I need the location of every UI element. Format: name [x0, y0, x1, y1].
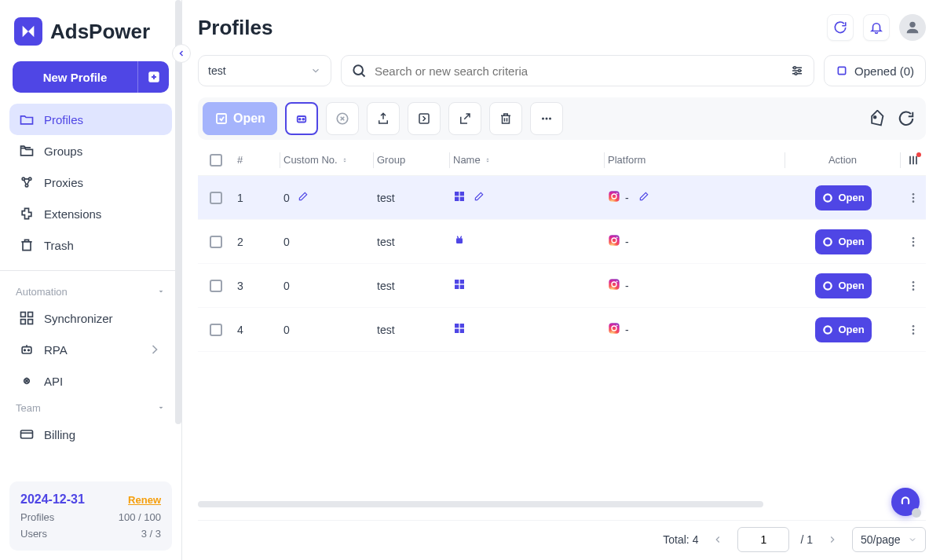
sidebar-item-label: API	[44, 375, 63, 388]
svg-point-34	[542, 118, 544, 120]
col-name[interactable]: Name	[450, 154, 604, 166]
svg-point-70	[616, 280, 618, 282]
svg-rect-7	[28, 313, 33, 317]
svg-point-17	[353, 65, 363, 75]
sidebar-item-groups[interactable]: Groups	[9, 135, 172, 167]
svg-point-47	[616, 192, 618, 194]
search-input[interactable]	[375, 64, 782, 78]
svg-rect-67	[460, 285, 464, 289]
col-platform[interactable]: Platform	[605, 154, 785, 166]
row-platform: -	[605, 190, 786, 205]
svg-rect-44	[460, 197, 464, 201]
svg-rect-76	[455, 324, 459, 328]
row-name	[450, 322, 604, 337]
svg-rect-66	[455, 285, 459, 289]
select-all-checkbox[interactable]	[210, 154, 222, 167]
row-checkbox[interactable]	[210, 280, 222, 292]
column-settings-button[interactable]	[901, 154, 926, 167]
row-more-button[interactable]	[901, 324, 926, 336]
edit-icon[interactable]	[293, 191, 309, 204]
page-input[interactable]	[737, 527, 789, 552]
table-row[interactable]: 40test-Open	[198, 308, 926, 352]
row-custom: 0	[280, 191, 373, 204]
opened-filter-button[interactable]: Opened (0)	[824, 55, 926, 86]
svg-line-55	[460, 236, 461, 239]
toolbar-close-button[interactable]	[326, 102, 359, 135]
row-checkbox[interactable]	[210, 236, 222, 248]
toolbar-export-button[interactable]	[367, 102, 400, 135]
sidebar-item-api[interactable]: API	[9, 365, 172, 397]
prev-page-button[interactable]	[709, 531, 726, 548]
filter-icon[interactable]	[790, 64, 804, 78]
avatar[interactable]	[899, 14, 926, 41]
toolbar-tag-button[interactable]	[866, 108, 887, 129]
toolbar-share-button[interactable]	[448, 102, 481, 135]
row-open-button[interactable]: Open	[815, 317, 872, 342]
renew-link[interactable]: Renew	[128, 494, 161, 506]
col-num[interactable]: #	[234, 154, 280, 166]
per-page-select[interactable]: 50/page	[852, 527, 926, 552]
table-header: # Custom No. Group Name Platform Action	[198, 145, 926, 176]
instagram-icon	[608, 278, 620, 293]
sidebar-item-label: Synchronizer	[44, 312, 113, 325]
sidebar-scrollbar[interactable]	[175, 0, 181, 466]
sidebar-item-proxies[interactable]: Proxies	[9, 167, 172, 198]
toolbar-rpa-button[interactable]	[285, 102, 318, 135]
row-open-button[interactable]: Open	[815, 229, 872, 254]
section-automation[interactable]: Automation	[0, 280, 181, 302]
table-row[interactable]: 20test-Open	[198, 220, 926, 264]
sidebar-collapse-button[interactable]	[172, 44, 191, 63]
sidebar-item-extensions[interactable]: Extensions	[9, 198, 172, 229]
svg-rect-26	[217, 114, 226, 123]
logo-icon	[14, 17, 42, 46]
toolbar-delete-button[interactable]	[489, 102, 522, 135]
new-profile-add-button[interactable]	[137, 61, 169, 93]
table-row[interactable]: 10test-Open	[198, 176, 926, 220]
svg-point-61	[913, 237, 915, 240]
col-group[interactable]: Group	[374, 154, 449, 166]
toolbar-import-button[interactable]	[408, 102, 441, 135]
row-more-button[interactable]	[901, 236, 926, 248]
svg-point-28	[299, 119, 301, 120]
table-row[interactable]: 30test-Open	[198, 264, 926, 308]
row-more-button[interactable]	[901, 280, 926, 292]
svg-rect-65	[460, 280, 464, 284]
row-custom: 0	[280, 280, 373, 292]
toolbar-open-button[interactable]: Open	[203, 102, 277, 135]
svg-point-35	[545, 118, 547, 120]
toolbar-more-button[interactable]	[530, 102, 563, 135]
sidebar-item-trash[interactable]: Trash	[9, 229, 172, 261]
row-open-button[interactable]: Open	[815, 185, 872, 210]
svg-point-62	[913, 240, 915, 243]
license-card: 2024-12-31 Renew Profiles 100 / 100 User…	[9, 481, 172, 551]
edit-icon[interactable]	[634, 191, 649, 204]
next-page-button[interactable]	[824, 531, 841, 548]
section-team[interactable]: Team	[0, 397, 181, 419]
svg-point-86	[913, 328, 915, 331]
toolbar-refresh-button[interactable]	[896, 108, 916, 129]
row-more-button[interactable]	[901, 192, 926, 204]
sync-button[interactable]	[827, 14, 854, 41]
row-checkbox[interactable]	[210, 324, 222, 336]
sidebar-item-label: Proxies	[44, 176, 83, 189]
search-box	[341, 55, 814, 86]
sidebar-item-rpa[interactable]: RPA	[9, 334, 172, 365]
col-custom[interactable]: Custom No.	[280, 154, 373, 166]
sidebar-item-billing[interactable]: Billing	[9, 419, 172, 450]
per-page-value: 50/page	[861, 533, 901, 546]
svg-point-51	[913, 196, 915, 199]
svg-point-24	[795, 72, 797, 75]
sidebar-item-profiles[interactable]: Profiles	[9, 104, 172, 135]
new-profile-button[interactable]: New Profile	[13, 61, 137, 93]
edit-icon[interactable]	[469, 191, 485, 204]
brand-text: AdsPower	[50, 20, 150, 44]
svg-point-5	[25, 185, 27, 187]
sidebar-item-synchronizer[interactable]: Synchronizer	[9, 302, 172, 334]
row-open-button[interactable]: Open	[815, 273, 872, 298]
group-select[interactable]: test	[198, 55, 331, 86]
table-horizontal-scrollbar[interactable]	[198, 501, 926, 507]
notifications-button[interactable]	[863, 14, 890, 41]
support-fab[interactable]	[891, 488, 920, 516]
svg-rect-64	[455, 280, 459, 284]
row-checkbox[interactable]	[210, 192, 222, 204]
